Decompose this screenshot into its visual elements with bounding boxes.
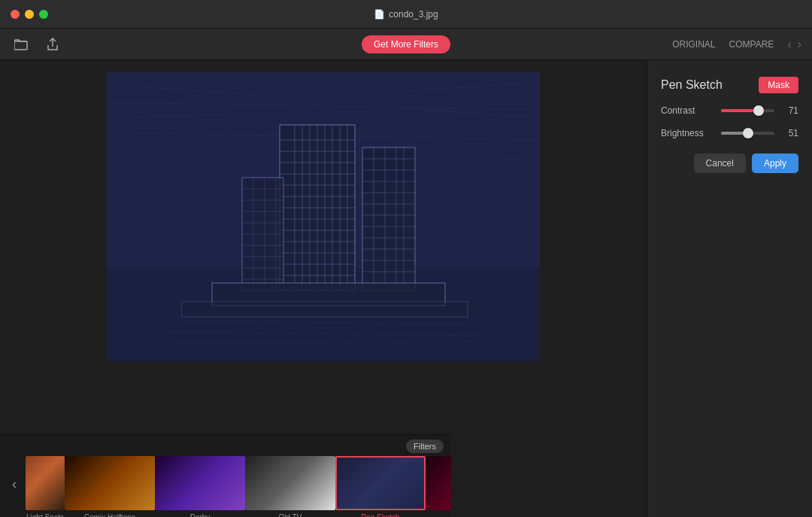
brightness-label: Brightness <box>661 128 715 138</box>
filter-item-oldtv[interactable]: Old TV <box>245 456 335 517</box>
filter-name-oldtv: Old TV <box>279 513 302 517</box>
canvas-area: Filters ‹ Light Spots Comix Halftone Der <box>0 60 647 517</box>
panel-filter-title: Pen Sketch <box>661 78 723 92</box>
compare-label[interactable]: COMPARE <box>729 39 774 50</box>
toolbar-left <box>11 34 63 55</box>
svg-rect-58 <box>182 302 468 317</box>
filter-items-row: ‹ Light Spots Comix Halftone Derby <box>0 456 451 517</box>
toolbar-right: ORIGINAL COMPARE ‹ › <box>672 38 801 51</box>
share-button[interactable] <box>42 34 63 55</box>
minimize-button[interactable] <box>25 10 34 19</box>
right-panel: Pen Sketch Mask Contrast 71 Brightness <box>647 60 812 517</box>
toolbar: Get More Filters ORIGINAL COMPARE ‹ › <box>0 29 812 60</box>
filter-item-derby[interactable]: Derby <box>155 456 245 517</box>
nav-prev-button[interactable]: ‹ <box>787 38 791 51</box>
panel-buttons: Cancel Apply <box>647 151 812 185</box>
filter-thumb-pensketch <box>335 456 426 510</box>
filter-name-derby: Derby <box>190 513 211 517</box>
filter-thumb-oldtv <box>245 456 335 510</box>
cancel-button[interactable]: Cancel <box>694 154 746 173</box>
main-content: Filters ‹ Light Spots Comix Halftone Der <box>0 60 812 517</box>
brightness-slider-track[interactable] <box>721 132 774 135</box>
svg-rect-0 <box>14 41 27 50</box>
filter-name-pensketch: Pen Sketch <box>361 513 399 517</box>
brightness-slider-row: Brightness 51 <box>661 128 798 138</box>
filter-thumb-redstroke <box>426 456 451 510</box>
filters-label[interactable]: Filters <box>406 439 444 453</box>
contrast-slider-row: Contrast 71 <box>661 105 798 116</box>
filter-item-comix[interactable]: Comix Halftone <box>65 456 155 517</box>
file-icon: 📄 <box>374 9 385 20</box>
image-container <box>107 72 540 361</box>
filter-thumb-comix <box>65 456 155 510</box>
filename-label: condo_3.jpg <box>389 9 438 20</box>
nav-arrows: ‹ › <box>787 38 801 51</box>
building-svg <box>107 72 540 361</box>
filter-item-lightspots[interactable]: Light Spots <box>26 456 65 517</box>
get-more-filters-button[interactable]: Get More Filters <box>362 35 450 53</box>
traffic-lights <box>11 10 48 19</box>
open-folder-button[interactable] <box>11 34 32 55</box>
contrast-label: Contrast <box>661 105 715 116</box>
filter-strip: Filters ‹ Light Spots Comix Halftone Der <box>0 434 451 517</box>
filters-label-row: Filters <box>0 435 451 456</box>
titlebar: 📄 condo_3.jpg <box>0 0 812 29</box>
nav-next-button[interactable]: › <box>798 38 801 51</box>
filter-thumb-lightspots <box>26 456 65 510</box>
mask-button[interactable]: Mask <box>759 77 798 93</box>
filter-item-redstroke[interactable]: Red Stroke <box>426 456 451 517</box>
apply-button[interactable]: Apply <box>752 154 798 173</box>
filter-name-lightspots: Light Spots <box>26 513 64 517</box>
filter-name-comix: Comix Halftone <box>84 513 135 517</box>
contrast-value: 71 <box>780 105 798 116</box>
filter-thumb-derby <box>155 456 245 510</box>
window-title: 📄 condo_3.jpg <box>374 9 438 20</box>
image-sketch <box>107 72 540 361</box>
filter-item-pensketch[interactable]: Pen Sketch <box>335 456 426 517</box>
panel-header: Pen Sketch Mask <box>647 60 812 105</box>
contrast-slider-thumb[interactable] <box>753 105 764 116</box>
brightness-slider-thumb[interactable] <box>743 128 753 138</box>
brightness-value: 51 <box>780 128 798 138</box>
filter-prev-button[interactable]: ‹ <box>3 456 26 512</box>
contrast-slider-track[interactable] <box>721 109 774 112</box>
svg-rect-28 <box>362 147 415 290</box>
close-button[interactable] <box>11 10 20 19</box>
maximize-button[interactable] <box>39 10 48 19</box>
panel-spacer <box>647 185 812 517</box>
slider-section: Contrast 71 Brightness 51 <box>647 105 812 151</box>
original-label[interactable]: ORIGINAL <box>672 39 715 50</box>
